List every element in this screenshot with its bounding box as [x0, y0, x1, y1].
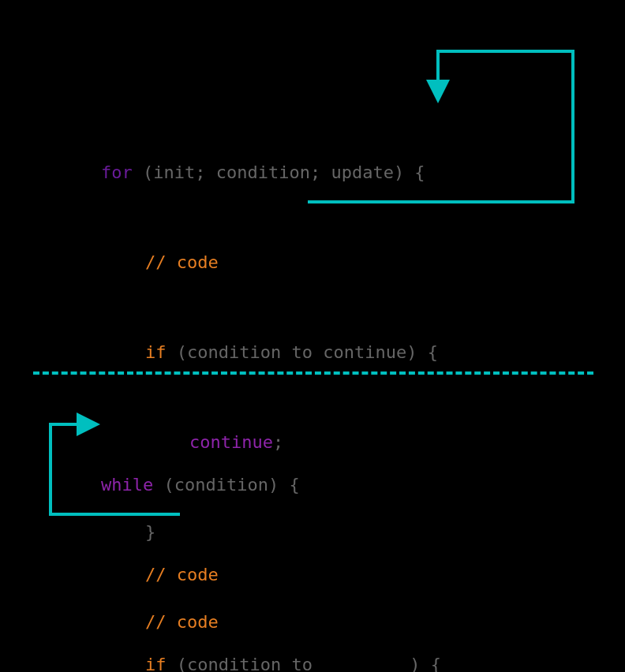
section-divider [33, 371, 593, 375]
continue-diagram: for (init; condition; update) { // code … [0, 0, 625, 672]
while-if-keyword: if [145, 655, 167, 672]
while-keyword: while [101, 475, 153, 495]
for-if-keyword: if [145, 342, 167, 362]
while-if-rest1: (condition to [167, 655, 324, 672]
for-comment-1: // code [145, 252, 219, 272]
for-header-rest: (init; condition; update) { [133, 162, 425, 182]
for-keyword: for [101, 162, 133, 182]
while-comment-1: // code [145, 565, 219, 584]
for-if-rest: (condition to continue) { [167, 342, 438, 362]
while-header-rest: (condition) { [153, 475, 299, 495]
while-loop-code: while (condition) { // code if (conditio… [101, 410, 441, 672]
while-header-line: while (condition) { [101, 470, 441, 500]
for-header-line: for (init; condition; update) { [101, 158, 438, 188]
while-if-rest2: ) { [323, 655, 441, 672]
